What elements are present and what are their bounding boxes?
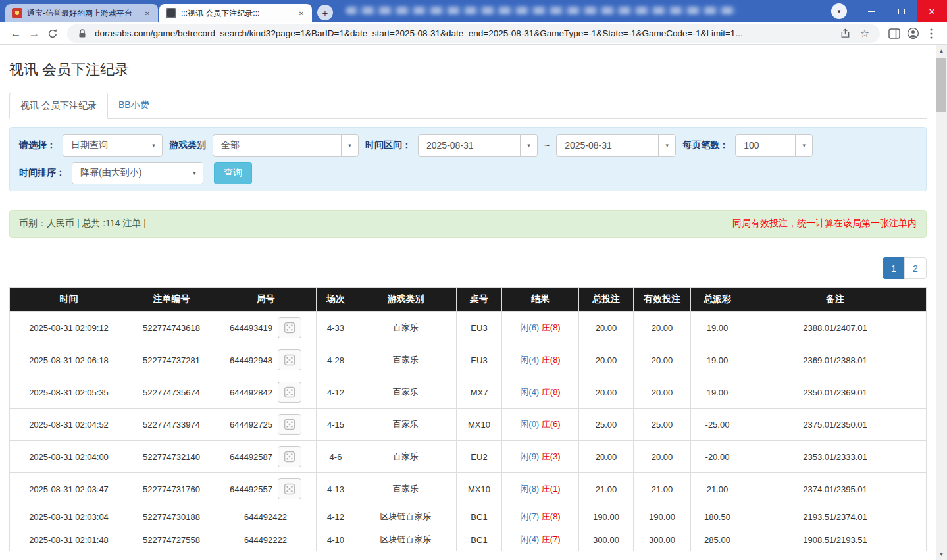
cell-total-bet[interactable]: 20.00 <box>579 344 634 376</box>
cell-round: 644493419 <box>215 312 317 344</box>
result-text: 闲(6) 庄(8) <box>520 322 560 332</box>
close-window-button[interactable]: ✕ <box>917 0 947 22</box>
game-type-select[interactable]: 全部 ▾ <box>213 134 359 157</box>
share-icon[interactable] <box>838 28 852 38</box>
new-tab-button[interactable]: + <box>317 5 333 20</box>
replay-button[interactable] <box>278 414 301 435</box>
cell-total-bet[interactable]: 25.00 <box>579 409 634 441</box>
tab-title: :::视讯 会员下注纪录::: <box>181 8 292 19</box>
scrollbar-thumb[interactable] <box>936 58 946 112</box>
round-number: 644493419 <box>230 317 301 338</box>
date-end-select[interactable]: 2025-08-31 ▾ <box>556 134 676 157</box>
cell-time: 2025-08-31 02:04:00 <box>10 441 128 473</box>
cell-total-bet[interactable]: 190.00 <box>579 505 634 528</box>
cell-game-type: 百家乐 <box>355 441 457 473</box>
cell-result: 闲(7) 庄(8) <box>502 505 579 528</box>
tab-search-button[interactable]: ▾ <box>831 3 847 19</box>
cell-note: 2374.01/2395.01 <box>744 473 927 505</box>
per-page-select[interactable]: 100 ▾ <box>735 134 813 157</box>
banker-result: 庄(8) <box>542 355 561 365</box>
cell-session: 4-10 <box>317 528 355 551</box>
dice-icon <box>283 353 296 367</box>
cell-note: 2353.01/2333.01 <box>744 441 927 473</box>
browser-tab-home[interactable]: 通宝-信誉最好的网上游戏平台 ✕ <box>5 4 158 22</box>
tab-close-icon[interactable]: ✕ <box>142 8 153 18</box>
result-text: 闲(7) 庄(8) <box>520 511 560 521</box>
scroll-up-icon[interactable]: ▲ <box>936 45 947 57</box>
chevron-down-icon: ▾ <box>520 135 537 156</box>
replay-button[interactable] <box>278 446 301 467</box>
cell-bet-id: 522774732140 <box>128 441 215 473</box>
filter-row-2: 时间排序： 降幂(由大到小) ▾ 查询 <box>19 162 917 184</box>
cell-bet-id: 522774737281 <box>128 344 215 376</box>
tab-close-icon[interactable]: ✕ <box>296 8 307 18</box>
forward-button[interactable]: → <box>25 24 43 43</box>
minimize-icon <box>868 11 875 12</box>
round-number: 644492725 <box>230 414 301 435</box>
date-start-select[interactable]: 2025-08-31 ▾ <box>418 134 538 157</box>
chevron-down-icon: ▾ <box>145 135 162 156</box>
maximize-button[interactable] <box>886 0 917 22</box>
cell-game-type: 百家乐 <box>355 409 457 441</box>
player-result: 闲(4) <box>520 534 539 544</box>
replay-button[interactable] <box>278 317 301 338</box>
cell-total-bet[interactable]: 300.00 <box>579 528 634 551</box>
cell-time: 2025-08-31 02:09:12 <box>10 312 128 344</box>
dice-icon <box>283 450 296 463</box>
chevron-down-icon: ▾ <box>186 163 203 184</box>
tab-betrecord[interactable]: 视讯 会员下注纪录 <box>9 93 108 119</box>
cell-total-bet[interactable]: 20.00 <box>579 312 634 344</box>
replay-button[interactable] <box>278 382 301 403</box>
cell-note: 2388.01/2407.01 <box>744 312 927 344</box>
page-scrollbar[interactable]: ▲ ▼ <box>936 45 947 560</box>
bookmark-star-icon[interactable]: ☆ <box>857 27 872 39</box>
date-range-separator: ~ <box>544 140 550 151</box>
round-number: 644492422 <box>244 512 287 522</box>
result-text: 闲(9) 庄(3) <box>520 451 560 461</box>
side-panel-button[interactable] <box>885 24 904 43</box>
cell-session: 4-13 <box>317 473 355 505</box>
player-result: 闲(7) <box>520 511 539 521</box>
dice-icon <box>283 418 296 431</box>
cell-note: 2375.01/2350.01 <box>744 409 927 441</box>
table-row: 2025-08-31 02:03:47522774731760644492557… <box>10 473 927 505</box>
address-bar[interactable]: dorasabs.com/game/betrecord_search/kind3… <box>67 24 880 43</box>
banker-result: 庄(8) <box>542 511 561 521</box>
player-result: 闲(8) <box>520 484 539 494</box>
scroll-down-icon[interactable]: ▼ <box>936 549 947 560</box>
pagination-page-1[interactable]: 1 <box>883 257 905 279</box>
banker-result: 庄(8) <box>542 322 561 332</box>
cell-game-type: 百家乐 <box>355 312 457 344</box>
replay-button[interactable] <box>278 478 301 499</box>
pagination-page-2[interactable]: 2 <box>904 257 927 279</box>
browser-tab-betrecord[interactable]: :::视讯 会员下注纪录::: ✕ <box>159 4 312 22</box>
sort-select[interactable]: 降幂(由大到小) ▾ <box>72 162 203 184</box>
search-button[interactable]: 查询 <box>214 162 252 184</box>
round-number: 644492587 <box>230 446 301 467</box>
back-button[interactable]: ← <box>7 24 25 43</box>
replay-button[interactable] <box>278 349 301 370</box>
table-row: 2025-08-31 02:04:52522774733974644492725… <box>10 409 927 441</box>
cell-total-bet[interactable]: 21.00 <box>579 473 634 505</box>
cell-payout: 19.00 <box>691 376 744 409</box>
cell-round: 644492222 <box>215 528 317 551</box>
tab-bb-tip[interactable]: BB小费 <box>108 93 160 118</box>
date-range-label: 时间区间： <box>365 140 411 151</box>
query-mode-select[interactable]: 日期查询 ▾ <box>63 134 163 157</box>
cell-time: 2025-08-31 02:03:47 <box>10 473 128 505</box>
profile-button[interactable] <box>904 24 922 43</box>
cell-game-type: 百家乐 <box>355 376 457 409</box>
round-number: 644492222 <box>244 535 287 545</box>
column-header: 有效投注 <box>634 288 691 312</box>
browser-menu-button[interactable] <box>922 24 940 43</box>
cell-bet-id: 522774743618 <box>128 312 215 344</box>
cell-result: 闲(4) 庄(8) <box>502 344 579 376</box>
cell-total-bet[interactable]: 20.00 <box>579 441 634 473</box>
cell-total-bet[interactable]: 20.00 <box>579 376 634 409</box>
dice-icon <box>283 386 296 399</box>
result-text: 闲(8) 庄(1) <box>520 484 560 494</box>
chevron-down-icon: ▾ <box>341 135 358 156</box>
url-text[interactable]: dorasabs.com/game/betrecord_search/kind3… <box>95 28 832 38</box>
refresh-button[interactable] <box>43 24 62 43</box>
minimize-button[interactable] <box>856 0 886 22</box>
